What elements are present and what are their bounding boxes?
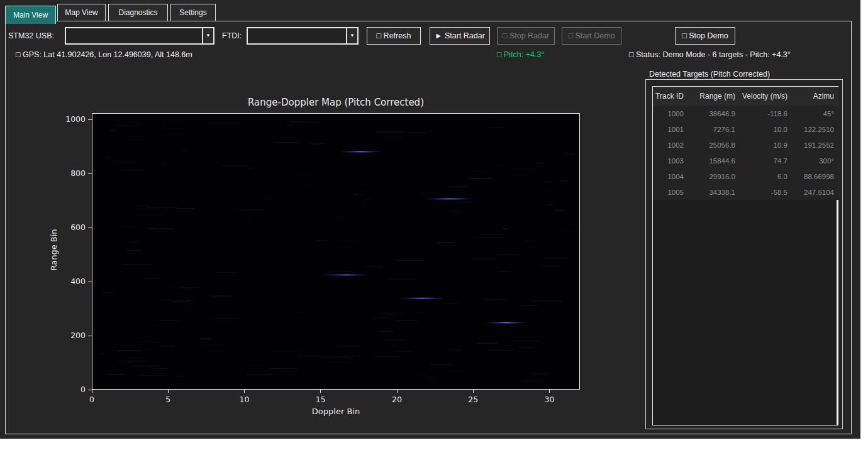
column-header: Track ID [653, 92, 687, 101]
chevron-down-icon: ▼ [350, 33, 355, 38]
noise-speckle [471, 259, 496, 260]
noise-speckle [430, 298, 442, 299]
y-tick-label: 1000 [60, 114, 86, 124]
table-row[interactable]: 10017276.110.0122.2510 [653, 121, 838, 137]
table-cell: 74.7 [739, 157, 791, 165]
table-row[interactable]: 100225056.810.9191.2552 [653, 137, 838, 153]
x-axis-label: Doppler Bin [92, 407, 580, 416]
noise-speckle [211, 295, 233, 297]
noise-speckle [477, 343, 497, 344]
table-cell: 1004 [653, 173, 687, 180]
noise-speckle [442, 303, 461, 304]
table-row[interactable]: 100429916.06.088.66998 [653, 168, 838, 184]
ftdi-label: FTDI: [222, 31, 242, 40]
noise-speckle [494, 165, 506, 166]
noise-speckle [158, 320, 179, 321]
noise-speckle [453, 202, 477, 202]
tab-map-view[interactable]: Map View [57, 4, 106, 21]
table-cell: 300° [791, 157, 838, 165]
noise-speckle [303, 185, 324, 185]
noise-speckle [562, 231, 577, 231]
table-cell: 7276.1 [687, 126, 739, 133]
noise-speckle [498, 271, 511, 272]
table-cell: 1002 [653, 141, 687, 149]
noise-speckle [98, 353, 104, 354]
noise-speckle [360, 190, 365, 191]
noise-speckle [502, 228, 508, 229]
x-tick-mark [397, 390, 398, 393]
noise-speckle [220, 165, 248, 167]
noise-speckle [298, 355, 320, 356]
noise-speckle [120, 170, 145, 170]
gps-status-text: □ GPS: Lat 41.902426, Lon 12.496039, Alt… [16, 50, 192, 59]
noise-speckle [533, 373, 549, 374]
noise-speckle [138, 342, 159, 343]
column-header: Azimu [791, 92, 838, 101]
noise-speckle [123, 264, 152, 265]
noise-speckle [212, 318, 238, 319]
noise-speckle [387, 279, 418, 280]
noise-speckle [318, 229, 343, 229]
noise-speckle [473, 171, 487, 172]
noise-speckle [353, 194, 359, 195]
noise-speckle [395, 351, 413, 352]
noise-speckle [337, 346, 359, 347]
noise-speckle [172, 376, 190, 376]
noise-speckle [109, 130, 115, 131]
noise-speckle [379, 140, 405, 140]
ftdi-combo[interactable]: ▼ [247, 27, 359, 45]
y-tick-mark [88, 119, 92, 120]
table-cell: 15844.6 [687, 157, 739, 165]
noise-speckle [263, 197, 272, 197]
tab-settings[interactable]: Settings [170, 4, 216, 21]
noise-speckle [145, 278, 157, 279]
table-row[interactable]: 100038646.9-118.645° [653, 106, 838, 121]
y-tick-mark [88, 336, 92, 336]
targets-panel-title: Detected Targets (Pitch Corrected) [649, 70, 770, 79]
table-row[interactable]: 100315844.674.7300° [653, 153, 838, 168]
noise-speckle [129, 242, 140, 243]
noise-speckle [361, 201, 367, 202]
x-tick-label: 10 [232, 395, 257, 404]
noise-speckle [336, 324, 342, 325]
table-row[interactable]: 100534338.1-58.5247.5104 [653, 184, 838, 200]
noise-speckle [469, 178, 492, 179]
noise-speckle [120, 226, 136, 227]
start-radar-button[interactable]: ► Start Radar [430, 27, 490, 45]
noise-speckle [156, 163, 165, 163]
ftdi-combo-dropdown-button[interactable]: ▼ [346, 28, 357, 43]
table-cell: 88.66998 [791, 173, 838, 180]
noise-speckle [202, 345, 223, 346]
table-cell: 1005 [653, 189, 687, 196]
table-cell: 10.9 [739, 141, 791, 149]
refresh-button[interactable]: □ Refresh [367, 27, 421, 45]
noise-speckle [476, 237, 505, 238]
noise-speckle [159, 346, 175, 347]
noise-speckle [396, 260, 425, 261]
x-tick-label: 5 [155, 395, 181, 404]
table-cell: 29916.0 [687, 173, 739, 180]
stop-demo-button[interactable]: □ Stop Demo [675, 27, 735, 45]
noise-speckle [310, 143, 326, 144]
tab-label: Map View [65, 8, 97, 17]
noise-speckle [102, 292, 114, 293]
table-scrollbar[interactable] [837, 200, 838, 425]
noise-speckle [497, 116, 504, 116]
y-tick-label: 600 [60, 222, 86, 232]
noise-speckle [511, 344, 537, 344]
noise-speckle [364, 266, 382, 267]
column-header: Range (m) [687, 92, 739, 101]
noise-speckle [125, 140, 149, 140]
stm32-usb-combo[interactable]: ▼ [65, 27, 214, 45]
column-header: Velocity (m/s) [739, 92, 791, 101]
noise-speckle [416, 312, 436, 312]
y-axis-label: Range Bin [49, 206, 58, 294]
stm32-combo-dropdown-button[interactable]: ▼ [202, 28, 213, 43]
noise-speckle [437, 242, 455, 243]
table-cell: 45° [791, 110, 838, 118]
tab-diagnostics[interactable]: Diagnostics [108, 4, 168, 21]
noise-speckle [189, 300, 194, 301]
tab-main-view[interactable]: Main View [5, 6, 56, 24]
pitch-status-text: □ Pitch: +4.3° [497, 50, 544, 59]
noise-speckle [513, 118, 533, 118]
